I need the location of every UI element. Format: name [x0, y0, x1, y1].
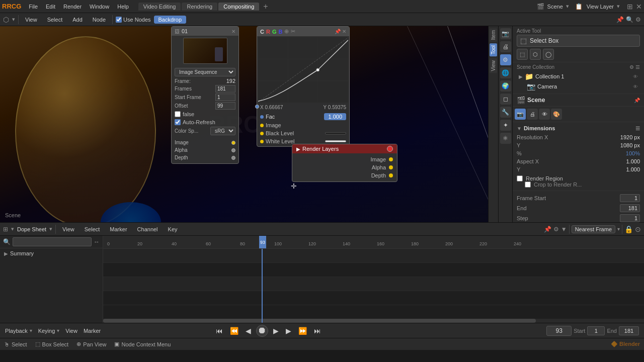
curve-extra-icon[interactable]: ⊕ — [284, 28, 289, 35]
collection1-eye-icon[interactable]: 👁 — [633, 74, 638, 79]
scene-selector[interactable]: Scene — [547, 4, 563, 10]
start-frame-transport[interactable] — [587, 326, 605, 335]
nearest-frame-arrow[interactable]: ▾ — [617, 226, 620, 232]
tool-icon-3[interactable]: ◯ — [543, 49, 554, 60]
render-color-icon[interactable]: 🎨 — [551, 109, 562, 120]
world-props-icon[interactable]: 🌍 — [500, 80, 511, 92]
img-seq-close[interactable]: ✕ — [231, 29, 235, 34]
tl-search-filter[interactable]: ↔ — [94, 238, 100, 245]
collection-filter-icon[interactable]: ⚙ — [629, 64, 634, 70]
render-active-icon[interactable]: 📷 — [515, 109, 526, 120]
tl-select-menu[interactable]: Select — [81, 225, 104, 233]
tl-scrollbar-thumb[interactable] — [103, 319, 536, 323]
crop-to-render-checkbox[interactable] — [525, 182, 531, 188]
render-view-icon[interactable]: 👁 — [539, 109, 550, 120]
scene-pin-icon[interactable]: 📌 — [634, 98, 640, 103]
physics-icon[interactable]: ⚛ — [500, 133, 511, 144]
frames-input[interactable] — [215, 85, 235, 93]
status-node-context[interactable]: ▣ Node Context Menu — [114, 341, 171, 347]
vtab-tool[interactable]: Tool — [490, 43, 497, 56]
tool-icon-2[interactable]: ⬡ — [530, 49, 541, 60]
tbar-view-menu[interactable]: View — [65, 328, 77, 334]
black-level-swatch[interactable] — [325, 132, 346, 134]
summary-row[interactable]: ▶ Summary — [0, 248, 103, 258]
curve-channel-c[interactable]: C — [260, 29, 264, 35]
output-props-icon[interactable]: 🖨 — [500, 41, 511, 52]
settings-icon[interactable]: ⚙ — [635, 16, 641, 23]
nearest-frame-btn[interactable]: Nearest Frame — [572, 225, 615, 233]
pin-icon[interactable]: 📌 — [616, 16, 624, 23]
white-level-swatch[interactable] — [325, 140, 346, 142]
collection1-label[interactable]: Collection 1 — [535, 73, 564, 79]
jump-start-btn[interactable]: ⏮ — [214, 326, 225, 336]
color-sp-select[interactable]: sRGB — [210, 127, 235, 135]
view-layer-selector[interactable]: View Layer — [587, 4, 614, 10]
next-key-btn[interactable]: ⏩ — [296, 326, 309, 336]
scene-props-icon[interactable]: 🌐 — [500, 67, 511, 78]
frame-start-input[interactable] — [620, 194, 640, 202]
view-layer-arrow-icon[interactable]: ▾ — [617, 3, 620, 10]
maximize-icon[interactable]: ⊞ — [627, 3, 633, 11]
img-seq-type-select[interactable]: Image Sequence — [175, 68, 235, 76]
zoom-icon[interactable]: 🔍 — [626, 16, 633, 23]
close-icon[interactable]: ✕ — [636, 3, 642, 11]
tl-snap-icon[interactable]: 🔒 — [624, 225, 633, 233]
status-select[interactable]: 🖱 Select — [4, 341, 27, 347]
compositor-arrow[interactable]: ▾ — [12, 16, 15, 23]
object-props-icon[interactable]: ◻ — [500, 94, 511, 105]
dimensions-header[interactable]: ▼ Dimensions ☰ — [517, 125, 640, 131]
end-frame-transport[interactable] — [619, 326, 639, 335]
menu-render[interactable]: Render — [60, 3, 85, 11]
node-add-menu[interactable]: Add — [69, 16, 86, 24]
camera-eye-icon[interactable]: 👁 — [633, 84, 638, 89]
current-frame-display[interactable] — [546, 326, 572, 336]
add-workspace-btn[interactable]: + — [260, 1, 271, 12]
tl-pin-icon[interactable]: 📌 — [544, 226, 551, 233]
curve-close-icon[interactable]: ✕ — [342, 29, 346, 34]
render-props-icon[interactable]: 📷 — [500, 28, 511, 39]
use-nodes-toggle[interactable]: Use Nodes — [116, 17, 150, 23]
curve-clip-icon[interactable]: ✂ — [291, 28, 295, 35]
stop-btn[interactable]: ⏺ — [256, 325, 268, 337]
keying-menu[interactable]: Keying — [38, 328, 55, 334]
render-output-icon[interactable]: 🖨 — [527, 109, 538, 120]
offset-input[interactable] — [215, 102, 235, 110]
cyclic-checkbox[interactable] — [175, 111, 181, 117]
node-node-menu[interactable]: Node — [89, 16, 109, 24]
status-box-select[interactable]: ⬚ Box Select — [35, 341, 69, 347]
dope-sheet-mode-arrow[interactable]: ▾ — [49, 226, 52, 232]
node-view-menu[interactable]: View — [22, 16, 41, 24]
tl-funnel-icon[interactable]: ▼ — [561, 226, 567, 233]
fac-value[interactable]: 1.000 — [324, 113, 346, 120]
tl-channel-menu[interactable]: Channel — [134, 225, 162, 233]
use-nodes-checkbox[interactable] — [116, 17, 122, 23]
status-pan-view[interactable]: ⊕ Pan View — [76, 341, 106, 347]
tl-scrollbar[interactable] — [103, 319, 644, 323]
vtab-item[interactable]: Item — [490, 28, 497, 42]
tl-onion-icon[interactable]: ⊙ — [635, 225, 641, 233]
tl-filter-icon[interactable]: ⚙ — [553, 226, 559, 233]
dope-sheet-arrow[interactable]: ▾ — [11, 226, 14, 232]
active-props-icon[interactable]: ⚙ — [500, 54, 511, 65]
curve-channel-r[interactable]: R — [266, 29, 270, 35]
workspace-compositing[interactable]: Compositing — [218, 3, 259, 11]
dimensions-menu-icon[interactable]: ☰ — [635, 126, 640, 131]
frame-end-input[interactable] — [620, 204, 640, 212]
playback-arrow[interactable]: ▾ — [30, 328, 32, 333]
curve-pin-icon[interactable]: 📌 — [335, 29, 341, 34]
curve-channel-b[interactable]: B — [278, 29, 282, 35]
tl-key-menu[interactable]: Key — [165, 225, 181, 233]
menu-window[interactable]: Window — [86, 3, 113, 11]
jump-end-btn[interactable]: ⏭ — [312, 326, 323, 336]
tl-search-input[interactable] — [13, 237, 92, 246]
collection1-expand-icon[interactable]: ▶ — [519, 74, 523, 79]
workspace-rendering[interactable]: Rendering — [182, 3, 217, 11]
tl-view-menu[interactable]: View — [59, 225, 78, 233]
camera-label[interactable]: Camera — [537, 83, 557, 89]
playback-menu[interactable]: Playback — [5, 328, 28, 334]
auto-refresh-checkbox[interactable] — [175, 119, 181, 125]
backdrop-btn[interactable]: Backdrop — [154, 16, 186, 24]
menu-file[interactable]: File — [25, 3, 41, 11]
modifier-props-icon[interactable]: 🔧 — [500, 107, 511, 118]
menu-help[interactable]: Help — [114, 3, 132, 11]
